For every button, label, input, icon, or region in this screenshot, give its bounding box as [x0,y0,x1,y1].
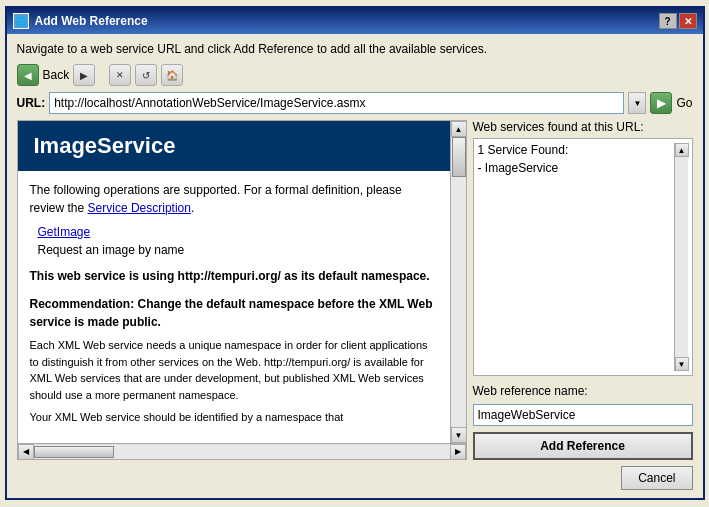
url-input[interactable] [49,92,624,114]
title-bar-left: 🌐 Add Web Reference [13,13,148,29]
scroll-thumb[interactable] [452,137,466,177]
title-buttons: ? ✕ [659,13,697,29]
dialog-window: 🌐 Add Web Reference ? ✕ Navigate to a we… [5,6,705,500]
right-top: Web services found at this URL: 1 Servic… [473,120,693,376]
extra-text: Each XML Web service needs a unique name… [30,337,438,403]
url-row: URL: ▼ ▶ Go [17,92,693,114]
recommendation: Recommendation: Change the default names… [30,295,438,331]
dialog-title: Add Web Reference [35,14,148,28]
scroll-track-h[interactable] [34,445,450,459]
title-bar: 🌐 Add Web Reference ? ✕ [7,8,703,34]
scroll-up-button[interactable]: ▲ [451,121,466,137]
dialog-icon: 🌐 [13,13,29,29]
services-scroll-up[interactable]: ▲ [675,143,689,157]
intro-text: The following operations are supported. … [30,183,402,215]
get-image-link[interactable]: GetImage [38,225,91,239]
services-scroll-down[interactable]: ▼ [675,357,689,371]
stop-button[interactable]: ✕ [109,64,131,86]
close-button[interactable]: ✕ [679,13,697,29]
ref-name-label: Web reference name: [473,384,693,398]
services-list-content: 1 Service Found: - ImageService [478,143,674,371]
service-description-link[interactable]: Service Description [88,201,191,215]
main-area: ImageService The following operations ar… [17,120,693,460]
scroll-thumb-h[interactable] [34,446,114,458]
left-panel: ImageService The following operations ar… [17,120,467,460]
vertical-scrollbar[interactable]: ▲ ▼ [450,121,466,443]
services-found-count: 1 Service Found: [478,143,674,157]
forward-button[interactable]: ▶ [73,64,95,86]
url-label: URL: [17,96,46,110]
footer-text: Your XML Web service should be identifie… [30,409,438,426]
dialog-body: Navigate to a web service URL and click … [7,34,703,498]
home-button[interactable]: 🏠 [161,64,183,86]
url-dropdown-button[interactable]: ▼ [628,92,646,114]
go-icon[interactable]: ▶ [650,92,672,114]
scroll-right-button[interactable]: ▶ [450,444,466,460]
services-found-label: Web services found at this URL: [473,120,693,134]
browser-scrollable: ImageService The following operations ar… [18,121,450,443]
back-button[interactable]: ◀ [17,64,39,86]
services-list: 1 Service Found: - ImageService ▲ ▼ [473,138,693,376]
left-inner: ImageService The following operations ar… [18,121,466,443]
scroll-down-button[interactable]: ▼ [451,427,466,443]
ref-name-input[interactable] [473,404,693,426]
right-bottom: Web reference name: Add Reference [473,384,693,460]
horizontal-scrollbar[interactable]: ◀ ▶ [18,443,466,459]
cancel-button[interactable]: Cancel [621,466,692,490]
add-reference-button[interactable]: Add Reference [473,432,693,460]
service-item: - ImageService [478,161,674,175]
bottom-row: Cancel [17,460,693,490]
right-panel: Web services found at this URL: 1 Servic… [473,120,693,460]
refresh-button[interactable]: ↺ [135,64,157,86]
go-label[interactable]: Go [676,96,692,110]
namespace-warning: This web service is using http://tempuri… [30,267,438,285]
instruction-text: Navigate to a web service URL and click … [17,42,693,56]
scroll-track[interactable] [451,137,466,427]
scroll-left-button[interactable]: ◀ [18,444,34,460]
operation-description: Request an image by name [38,243,450,257]
service-header: ImageService [18,121,450,171]
toolbar: ◀ Back ▶ ✕ ↺ 🏠 [17,64,693,86]
services-scroll-track[interactable] [675,157,688,357]
services-scrollbar[interactable]: ▲ ▼ [674,143,688,371]
left-panel-wrapper: ImageService The following operations ar… [17,120,467,460]
operation-item: GetImage [38,225,450,239]
help-button[interactable]: ? [659,13,677,29]
browser-intro: The following operations are supported. … [18,181,450,217]
back-label: Back [43,68,70,82]
